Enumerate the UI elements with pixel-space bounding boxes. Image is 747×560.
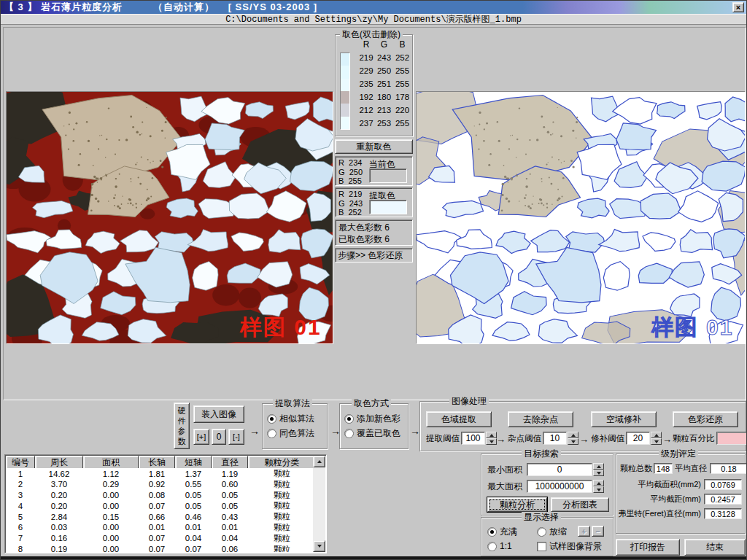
table-row[interactable]: 70.160.000.070.040.04颗粒 (6, 533, 313, 544)
thin-section-photo[interactable]: 样图 01 (7, 92, 333, 343)
ip-value-spinner[interactable] (568, 432, 578, 445)
table-row[interactable]: 40.200.000.070.050.05颗粒 (6, 500, 313, 511)
picked-color-swatch (341, 66, 349, 78)
picked-color-swatch (341, 104, 349, 116)
picked-color-row[interactable]: 235251255 (357, 77, 411, 90)
file-path-bar: C:\Documents and Settings\zy\My Document… (1, 14, 746, 25)
radio-zoom-icon (537, 527, 546, 537)
flow-arrow-icon: → (249, 425, 260, 437)
grain-outline-image[interactable]: 样图 01 (417, 92, 745, 343)
radio-fill[interactable]: 充满 (483, 524, 517, 539)
picked-color-swatch (341, 91, 349, 104)
load-image-button[interactable]: 装入图像 (193, 405, 244, 423)
processed-image-view[interactable]: 样图 01 (416, 91, 746, 344)
title-bar: 【 3 】 岩石薄片粒度分析 （自动计算） [ SS/YS 03-2003 ] … (1, 1, 746, 14)
scroll-down-button[interactable] (313, 540, 325, 552)
色域提取-button[interactable]: 色域提取 (426, 411, 492, 427)
radio-zoom[interactable]: 放缩 (533, 524, 567, 539)
radio-one-to-one[interactable]: 1:1 (483, 539, 512, 553)
radio-extract-algo-0[interactable]: 相似算法 (263, 411, 327, 426)
flow-arrow-icon: → (579, 434, 589, 445)
extract-color-rgb: R 219G 243B 252 (338, 190, 363, 217)
svg-text:样图 01: 样图 01 (651, 315, 733, 339)
total-grains-value: 148 (654, 463, 673, 474)
total-grains-label: 颗粒总数 (620, 463, 652, 474)
max-colors-text: 最大色彩数 6 (338, 222, 412, 233)
picked-color-row[interactable]: 237253255 (357, 117, 411, 130)
picked-color-swatch (341, 117, 349, 129)
picked-color-row[interactable]: 212213220 (357, 104, 411, 117)
radio-one-to-one-icon (487, 542, 497, 551)
extract-algo-group: 提取算法 相似算法同色算法 (262, 403, 328, 449)
ip-value-spinner[interactable] (651, 432, 662, 445)
zoom-plus-button[interactable]: [+] (193, 429, 209, 445)
color-pick-group: 取色(双击删除) RGB 219243252229250255235251255… (335, 34, 413, 136)
print-report-button[interactable]: 打印报告 (616, 539, 680, 556)
radio-icon (267, 429, 276, 438)
zoom-reset-button[interactable]: 0 (212, 429, 226, 445)
grain-table[interactable]: 编号周长面积长轴短轴直径颗粒分类 114.621.121.811.371.19颗… (4, 454, 327, 553)
app-window: 【 3 】 岩石薄片粒度分析 （自动计算） [ SS/YS 03-2003 ] … (0, 0, 747, 560)
next-step-hint: 步骤>> 色彩还原 (335, 248, 413, 262)
rgb-column-headers: RGB (357, 39, 411, 50)
table-row[interactable]: 114.621.121.811.371.19颗粒 (6, 468, 313, 479)
close-icon: × (736, 4, 740, 11)
picked-color-row[interactable]: 192180178 (357, 90, 411, 104)
table-row[interactable]: 60.030.000.010.010.01颗粒 (6, 522, 313, 533)
色彩还原-button[interactable]: 色彩还原 (673, 411, 738, 427)
table-row[interactable]: 80.190.000.070.070.06颗粒 (6, 544, 313, 552)
picked-colors-strip[interactable] (340, 52, 350, 130)
min-area-input[interactable]: 0 (527, 463, 592, 476)
grain-analyze-button[interactable]: 颗粒分析 (487, 497, 547, 512)
flow-arrow-icon: → (496, 434, 506, 445)
scroll-up-icon (317, 460, 322, 463)
radio-pick-mode-1[interactable]: 覆盖已取色 (340, 426, 408, 440)
ip-value-field[interactable]: 10 (543, 432, 567, 445)
pick-mode-group: 取色方式 添加新色彩覆盖已取色 (339, 403, 409, 449)
extract-color-swatch (369, 200, 407, 214)
空域修补-button[interactable]: 空域修补 (591, 411, 657, 427)
window-bottom-edge (1, 556, 747, 560)
color-counts-panel: 最大色彩数 6 已取色彩数 6 (335, 219, 413, 246)
min-area-label: 最小面积 (487, 464, 522, 476)
analysis-chart-button[interactable]: 分析图表 (551, 497, 609, 512)
bg-image-checkbox[interactable]: 试样图像背景 (533, 539, 602, 553)
display-zoom-out-button[interactable]: − (592, 526, 604, 537)
close-button[interactable]: × (732, 2, 744, 12)
radio-icon (267, 414, 276, 424)
zoom-minus-button[interactable]: [-] (228, 429, 244, 445)
picked-color-row[interactable]: 219243252 (357, 51, 411, 64)
radio-fill-icon (487, 527, 497, 537)
去除杂点-button[interactable]: 去除杂点 (508, 411, 573, 427)
end-button[interactable]: 结束 (684, 539, 746, 556)
repick-button[interactable]: 重新取色 (335, 139, 413, 154)
source-image-view[interactable]: 样图 01 (6, 91, 333, 344)
radio-icon (344, 414, 354, 424)
picked-color-row[interactable]: 229250255 (357, 64, 411, 77)
display-select-group: 显示选择 充满 放缩 + − 1:1 试样图像背景 (481, 517, 614, 556)
ip-value-spinner[interactable] (486, 432, 497, 445)
grain-table-header: 编号周长面积长轴短轴直径颗粒分类 (6, 456, 313, 468)
scroll-up-button[interactable] (313, 456, 325, 467)
ip-value-field[interactable]: 100 (461, 432, 485, 445)
table-row[interactable]: 30.200.000.080.050.05颗粒 (6, 490, 313, 501)
table-row[interactable]: 52.840.150.660.460.43颗粒 (6, 511, 313, 522)
grain-table-scrollbar[interactable] (313, 456, 325, 552)
hardware-params-button[interactable]: 硬件参数 (174, 402, 190, 449)
table-row[interactable]: 23.700.290.920.550.60颗粒 (6, 479, 313, 490)
radio-pick-mode-0[interactable]: 添加新色彩 (340, 411, 408, 426)
ip-value-field[interactable]: 20 (626, 432, 650, 445)
max-area-spinner[interactable] (593, 480, 604, 493)
grain-table-body[interactable]: 114.621.121.811.371.19颗粒23.700.290.920.5… (6, 468, 313, 552)
assessment-value: 0.2457 (704, 494, 742, 505)
file-path: C:\Documents and Settings\zy\My Document… (225, 15, 522, 25)
scroll-down-icon (317, 545, 322, 548)
max-area-input[interactable]: 1000000000 (527, 480, 592, 493)
assessment-value: 0.3128 (704, 508, 742, 519)
avg-diameter-value: 0.18 (710, 463, 747, 474)
assessment-group: 级别评定 颗粒总数 148 平均直径 0.18 平均截面积(mm2)0.0769… (616, 454, 746, 534)
min-area-spinner[interactable] (593, 463, 604, 476)
display-zoom-in-button[interactable]: + (578, 526, 590, 537)
radio-extract-algo-1[interactable]: 同色算法 (263, 426, 327, 440)
picked-colors-list[interactable]: 2192432522292502552352512551921801782122… (357, 51, 411, 130)
